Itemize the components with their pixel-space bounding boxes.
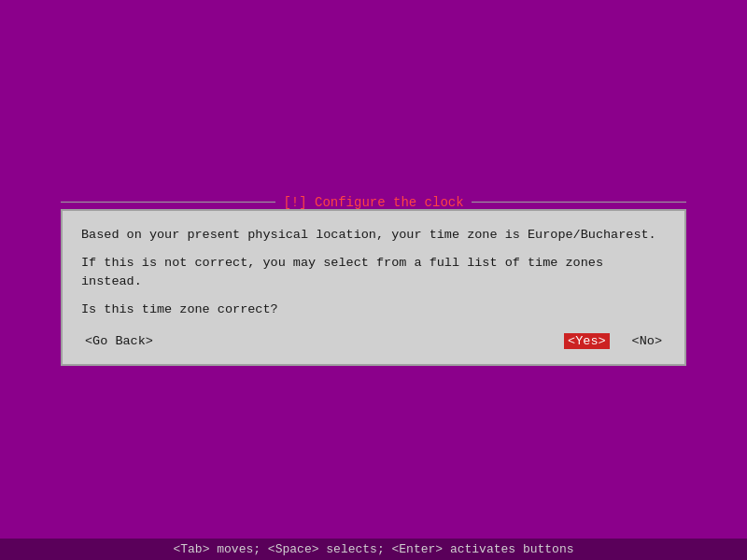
- title-line-left: [61, 202, 275, 203]
- dialog-buttons: <Go Back> <Yes> <No>: [81, 333, 666, 349]
- status-bar-text: <Tab> moves; <Space> selects; <Enter> ac…: [173, 542, 573, 556]
- dialog-title-bar: [!] Configure the clock: [61, 195, 686, 210]
- dialog-title: [!] Configure the clock: [275, 195, 471, 210]
- go-back-button[interactable]: <Go Back>: [81, 333, 157, 349]
- title-line-right: [472, 202, 686, 203]
- dialog-wrapper: [!] Configure the clock Based on your pr…: [61, 195, 686, 366]
- no-button[interactable]: <No>: [628, 333, 666, 349]
- right-buttons: <Yes> <No>: [564, 333, 666, 349]
- dialog-line2: If this is not correct, you may select f…: [81, 254, 666, 292]
- status-bar: <Tab> moves; <Space> selects; <Enter> ac…: [0, 539, 747, 560]
- dialog-line1: Based on your present physical location,…: [81, 226, 666, 245]
- yes-button[interactable]: <Yes>: [564, 333, 610, 349]
- dialog-content: Based on your present physical location,…: [81, 226, 666, 320]
- dialog-box: Based on your present physical location,…: [61, 209, 686, 366]
- dialog-line3: Is this time zone correct?: [81, 301, 666, 319]
